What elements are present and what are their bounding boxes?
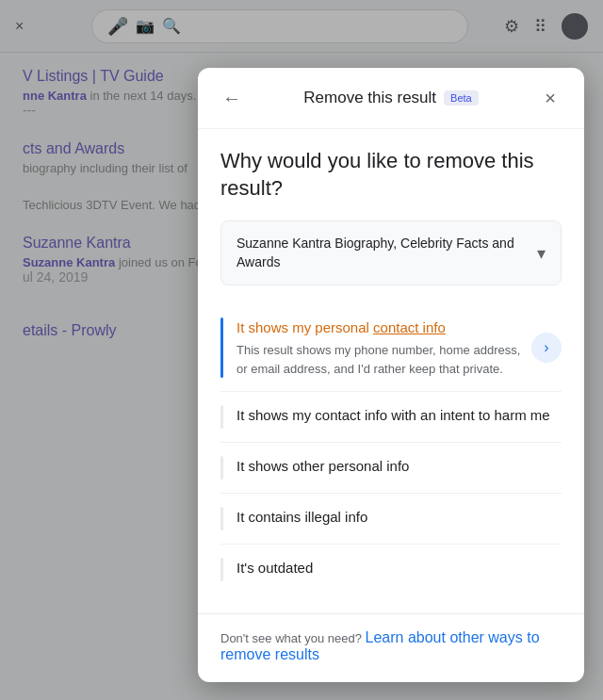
result-dropdown[interactable]: Suzanne Kantra Biography, Celebrity Fact… [220, 220, 562, 285]
option-title-2: It shows my contact info with an intent … [236, 405, 562, 425]
close-icon: × [545, 88, 556, 109]
modal-footer: Don't see what you need? Learn about oth… [198, 613, 584, 682]
modal: ← Remove this result Beta × Why would yo… [198, 68, 584, 682]
option-bar-2 [220, 405, 223, 429]
option-content-1: It shows my personal contact info This r… [236, 317, 524, 378]
option-content-2: It shows my contact info with an intent … [236, 405, 562, 429]
option-personal-contact[interactable]: It shows my personal contact info This r… [220, 304, 562, 392]
option-outdated[interactable]: It's outdated [220, 545, 562, 594]
beta-badge: Beta [444, 90, 479, 106]
modal-header: ← Remove this result Beta × [198, 68, 584, 129]
option-arrow-1: › [531, 333, 562, 363]
modal-title: Remove this result [303, 89, 436, 107]
chevron-down-icon: ▾ [537, 243, 546, 264]
option-content-5: It's outdated [236, 558, 562, 581]
modal-header-center: Remove this result Beta [303, 89, 478, 107]
footer-prefix: Don't see what you need? [220, 631, 366, 645]
back-button[interactable]: ← [217, 83, 247, 113]
option-desc-1: This result shows my phone number, home … [236, 341, 524, 378]
options-list: It shows my personal contact info This r… [220, 304, 562, 594]
option-bar-active [220, 317, 223, 378]
option-bar-4 [220, 507, 223, 530]
option-illegal[interactable]: It contains illegal info [220, 494, 562, 545]
option-bar-5 [220, 558, 223, 581]
modal-body: Why would you like to remove this result… [198, 129, 584, 613]
option-content-4: It contains illegal info [236, 507, 562, 530]
option-content-3: It shows other personal info [236, 456, 562, 480]
dropdown-text: Suzanne Kantra Biography, Celebrity Fact… [236, 235, 537, 271]
option-title-3: It shows other personal info [236, 456, 562, 476]
option-title-1: It shows my personal contact info [236, 317, 524, 337]
option-other-personal[interactable]: It shows other personal info [220, 443, 562, 494]
option-title-5: It's outdated [236, 558, 562, 578]
close-button[interactable]: × [535, 83, 565, 113]
option-title-4: It contains illegal info [236, 507, 562, 527]
option-bar-3 [220, 456, 223, 480]
option-harm[interactable]: It shows my contact info with an intent … [220, 392, 562, 443]
modal-question: Why would you like to remove this result… [220, 148, 562, 202]
back-icon: ← [222, 88, 241, 109]
